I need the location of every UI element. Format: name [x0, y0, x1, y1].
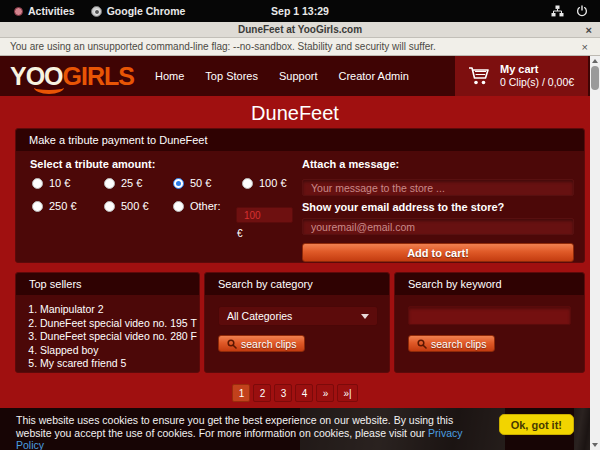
tribute-panel-header: Make a tribute payment to DuneFeet	[16, 129, 584, 151]
my-cart-button[interactable]: My cart 0 Clip(s) / 0,00€	[455, 56, 588, 96]
cookie-consent-bar: This website uses cookies to ensure you …	[0, 408, 590, 450]
top-seller-item[interactable]: DuneFeet special video no. 280 F	[40, 330, 199, 344]
cookie-accept-button[interactable]: Ok, got it!	[499, 414, 574, 435]
radio-amount-250[interactable]: 250 €	[32, 200, 77, 212]
pagination: 1 2 3 4 » »|	[0, 384, 590, 402]
app-menu-button[interactable]: Google Chrome	[83, 0, 194, 22]
top-seller-item[interactable]: DuneFeet special video no. 195 T	[40, 317, 199, 331]
tribute-panel: Make a tribute payment to DuneFeet Selec…	[15, 128, 585, 263]
webpage: YOOGIRLS Home Top Stores Support Creator…	[0, 56, 590, 450]
site-header: YOOGIRLS Home Top Stores Support Creator…	[0, 56, 590, 96]
other-amount-input[interactable]	[236, 207, 293, 223]
radio-icon	[104, 201, 115, 212]
screen: Activities Google Chrome Sep 1 13:29 Dun…	[0, 0, 600, 450]
keyword-input[interactable]	[408, 306, 571, 325]
browser-viewport: YOOGIRLS Home Top Stores Support Creator…	[0, 56, 600, 450]
radio-label: Other:	[190, 200, 221, 212]
radio-amount-10[interactable]: 10 €	[32, 177, 70, 189]
radio-amount-100[interactable]: 100 €	[242, 177, 287, 189]
radio-label: 10 €	[49, 177, 70, 189]
radio-amount-other[interactable]: Other:	[173, 200, 221, 212]
radio-icon	[32, 178, 43, 189]
radio-icon	[242, 178, 253, 189]
top-seller-item[interactable]: Manipulator 2	[40, 303, 199, 317]
activities-label: Activities	[28, 5, 75, 17]
page-button-2[interactable]: 2	[253, 384, 271, 402]
sandbox-warning-text: You are using an unsupported command-lin…	[0, 41, 436, 52]
radio-label: 250 €	[49, 200, 77, 212]
radio-amount-25[interactable]: 25 €	[104, 177, 142, 189]
page-button-4[interactable]: 4	[295, 384, 313, 402]
scroll-down-icon[interactable]	[590, 440, 600, 450]
top-sellers-panel: Top sellers Manipulator 2 DuneFeet speci…	[15, 272, 200, 373]
radio-icon	[173, 201, 184, 212]
radio-amount-500[interactable]: 500 €	[104, 200, 149, 212]
search-clips-category-button[interactable]: search clips	[218, 335, 305, 352]
page-button-3[interactable]: 3	[274, 384, 292, 402]
search-keyword-header: Search by keyword	[395, 273, 584, 295]
chevron-down-icon	[361, 314, 369, 319]
radio-label: 500 €	[121, 200, 149, 212]
radio-amount-50-selected[interactable]: 50 €	[173, 177, 211, 189]
top-seller-item[interactable]: Slapped boy	[40, 344, 199, 358]
page-button-1[interactable]: 1	[232, 384, 250, 402]
currency-label: €	[237, 228, 243, 239]
search-category-header: Search by category	[205, 273, 389, 295]
page-button-next[interactable]: »	[316, 384, 334, 402]
email-label: Show your email address to the store?	[302, 201, 504, 213]
top-sellers-list: Manipulator 2 DuneFeet special video no.…	[40, 303, 199, 371]
email-input[interactable]	[302, 218, 574, 235]
message-input[interactable]	[302, 179, 574, 196]
activities-button[interactable]: Activities	[6, 0, 83, 22]
search-clips-keyword-button[interactable]: search clips	[408, 335, 495, 352]
network-icon[interactable]	[551, 5, 564, 17]
infobar-close-icon[interactable]: ×	[582, 41, 588, 53]
scrollbar-thumb[interactable]	[591, 66, 599, 90]
app-menu-label: Google Chrome	[107, 5, 186, 17]
nav-item-home[interactable]: Home	[155, 70, 184, 82]
cookie-message: This website uses cookies to ensure you …	[16, 414, 453, 439]
search-keyword-panel: Search by keyword search clips	[394, 272, 585, 373]
page-title: DuneFeet	[0, 102, 590, 125]
system-top-bar: Activities Google Chrome Sep 1 13:29	[0, 0, 600, 22]
top-sellers-header: Top sellers	[16, 273, 199, 295]
logo-smile-icon	[34, 81, 64, 94]
cart-title: My cart	[500, 63, 574, 76]
chrome-icon	[91, 6, 102, 17]
activities-icon	[14, 7, 23, 16]
radio-icon	[104, 178, 115, 189]
radio-label: 50 €	[190, 177, 211, 189]
window-title: DuneFeet at YooGirls.com	[238, 24, 362, 35]
category-select[interactable]: All Categories	[218, 306, 378, 326]
main-nav: Home Top Stores Support Creator Admin	[155, 56, 409, 96]
scroll-up-icon[interactable]	[590, 56, 600, 66]
site-logo[interactable]: YOOGIRLS	[10, 61, 134, 91]
category-selected-value: All Categories	[227, 310, 292, 322]
sandbox-warning-infobar: You are using an unsupported command-lin…	[0, 38, 600, 56]
search-clips-label: search clips	[431, 338, 486, 350]
radio-label: 100 €	[259, 177, 287, 189]
nav-item-support[interactable]: Support	[279, 70, 318, 82]
radio-icon	[32, 201, 43, 212]
cart-summary: 0 Clip(s) / 0,00€	[500, 76, 574, 89]
search-category-panel: Search by category All Categories search…	[204, 272, 390, 373]
search-icon	[417, 339, 427, 349]
logo-text-girls: GIRLS	[63, 62, 134, 90]
search-clips-label: search clips	[241, 338, 296, 350]
nav-item-top-stores[interactable]: Top Stores	[205, 70, 258, 82]
window-titlebar: DuneFeet at YooGirls.com ×	[0, 22, 600, 38]
page-button-last[interactable]: »|	[337, 384, 357, 402]
message-label: Attach a message:	[302, 158, 399, 170]
search-icon	[227, 339, 237, 349]
nav-item-creator-admin[interactable]: Creator Admin	[338, 70, 408, 82]
radio-checked-icon	[173, 178, 184, 189]
add-to-cart-button[interactable]: Add to cart!	[302, 243, 574, 262]
amount-label: Select a tribute amount:	[30, 158, 155, 170]
vertical-scrollbar[interactable]	[590, 56, 600, 450]
window-close-icon[interactable]: ×	[586, 22, 592, 38]
power-icon[interactable]	[576, 5, 588, 17]
top-seller-item[interactable]: My scared friend 5	[40, 357, 199, 371]
radio-label: 25 €	[121, 177, 142, 189]
cookie-text: This website uses cookies to ensure you …	[16, 414, 478, 450]
cart-icon	[467, 65, 491, 87]
